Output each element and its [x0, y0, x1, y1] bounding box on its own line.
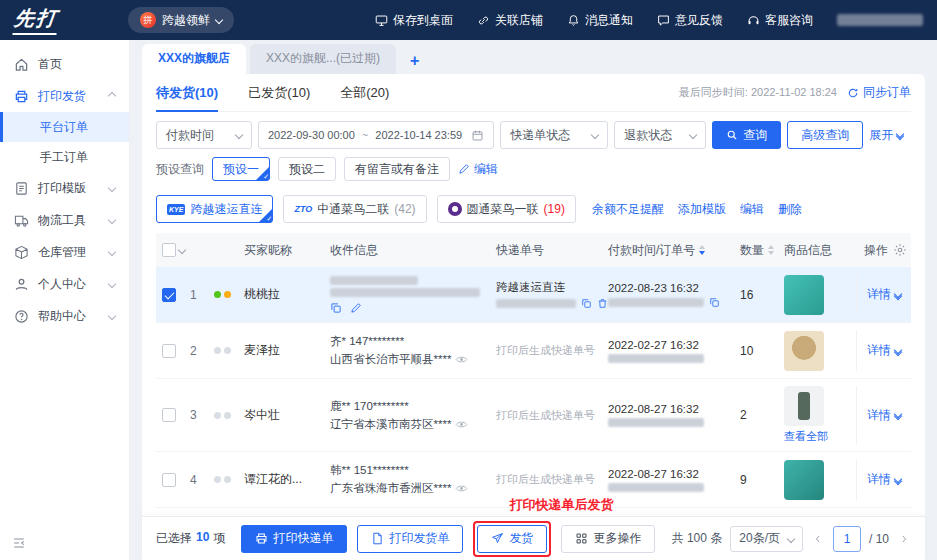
express-status-select[interactable]: 快递单状态	[500, 121, 608, 149]
refund-status-select[interactable]: 退款状态	[614, 121, 706, 149]
chevron-down-icon	[108, 216, 116, 224]
sort-qty-icon[interactable]	[768, 245, 774, 255]
detail-button[interactable]: 详情	[856, 330, 911, 371]
green-dot-icon	[214, 291, 221, 298]
redacted-recipient-name	[330, 276, 418, 285]
row-status-dots	[214, 347, 244, 354]
delete-template-link[interactable]: 删除	[778, 201, 802, 218]
print-invoice-button[interactable]: 打印发货单	[357, 525, 463, 553]
prev-page-icon[interactable]	[811, 534, 825, 544]
save-to-desktop-button[interactable]: 保存到桌面	[375, 12, 453, 29]
sort-payment-icon[interactable]	[699, 245, 705, 255]
sync-orders-button[interactable]: 同步订单	[847, 84, 911, 101]
detail-button[interactable]: 详情	[856, 274, 911, 315]
select-all-checkbox[interactable]	[162, 243, 176, 257]
print-express-button[interactable]: 打印快递单	[241, 525, 347, 553]
ship-button[interactable]: 发货	[477, 525, 547, 553]
buyer-nickname: 岑中壮	[244, 407, 330, 424]
shop-tab-active[interactable]: XXX的旗舰店	[142, 44, 246, 74]
tab-shipped[interactable]: 已发货(10)	[248, 74, 310, 112]
add-shop-tab-button[interactable]: +	[400, 52, 429, 74]
double-chevron-down-icon	[895, 411, 901, 419]
detail-label: 详情	[867, 407, 891, 424]
template-chip-kye[interactable]: KYE 跨越速运直连	[156, 195, 273, 223]
advanced-search-button[interactable]: 高级查询	[787, 121, 863, 149]
status-tab-bar: 待发货(10) 已发货(10) 全部(20) 最后同步时间: 2022-11-0…	[156, 74, 911, 112]
shop-tab-expired[interactable]: XXX的旗舰...(已过期)	[250, 44, 396, 74]
product-image[interactable]	[784, 460, 824, 500]
column-settings-gear-icon[interactable]	[893, 243, 907, 257]
trash-icon[interactable]	[597, 298, 608, 309]
quantity: 10	[740, 344, 784, 358]
product-image[interactable]	[784, 275, 824, 315]
detail-button[interactable]: 详情	[856, 386, 911, 444]
preset-chip-1[interactable]: 预设一	[212, 157, 270, 181]
shop-selector[interactable]: 拼 跨越领鲜	[128, 7, 234, 33]
col-qty[interactable]: 数量	[740, 242, 784, 259]
balance-alert-link[interactable]: 余额不足提醒	[592, 201, 664, 218]
row-checkbox[interactable]	[162, 288, 176, 302]
notifications-button[interactable]: 消息通知	[567, 12, 633, 29]
sidebar-item-home[interactable]: 首页	[0, 48, 129, 80]
payment-time-select[interactable]: 付款时间	[156, 121, 252, 149]
tab-all[interactable]: 全部(20)	[340, 74, 389, 112]
table-header: 买家昵称 收件信息 快递单号 付款时间/订单号 数量 商品信息 操作	[156, 233, 911, 267]
edit-template-link[interactable]: 编辑	[740, 201, 764, 218]
feedback-button[interactable]: 意见反馈	[657, 12, 723, 29]
row-checkbox[interactable]	[162, 473, 176, 487]
date-range-input[interactable]: 2022-09-30 00:00 ~ 2022-10-14 23:59	[258, 121, 494, 149]
expand-filters-link[interactable]: 展开	[869, 127, 903, 144]
eye-icon[interactable]	[455, 482, 468, 495]
collapse-sidebar-icon[interactable]	[12, 536, 26, 550]
sidebar-item-manual-orders[interactable]: 手工订单	[0, 142, 129, 172]
link-shops-button[interactable]: 关联店铺	[477, 12, 543, 29]
next-page-icon[interactable]	[897, 534, 911, 544]
gray-dot-icon	[224, 476, 231, 483]
preset-chip-remark[interactable]: 有留言或有备注	[344, 157, 450, 181]
copy-icon[interactable]	[709, 297, 720, 308]
product-image[interactable]	[784, 386, 824, 426]
template-chip-zto[interactable]: ZTO 中通菜鸟二联 (42)	[283, 195, 426, 223]
page-number-input[interactable]	[833, 526, 861, 552]
search-button[interactable]: 查询	[712, 121, 781, 149]
preset-label: 预设查询	[156, 161, 204, 178]
sidebar-item-personal-center[interactable]: 个人中心	[0, 268, 129, 300]
edit-pencil-icon[interactable]	[350, 302, 362, 314]
app-window: 先打 拼 跨越领鲜 保存到桌面 关联店铺 消息通知 意见反馈	[0, 0, 937, 560]
chevron-down-icon	[108, 184, 116, 192]
copy-icon[interactable]	[330, 302, 342, 314]
select-all-caret-icon[interactable]	[178, 246, 186, 254]
shop-tab-bar: XXX的旗舰店 XXX的旗舰...(已过期) +	[142, 46, 925, 74]
pagination: 共 100 条 20条/页 / 10	[672, 526, 911, 552]
refund-status-select-value: 退款状态	[624, 127, 672, 144]
template-chip-yto[interactable]: 圆通菜鸟一联 (19)	[437, 195, 576, 223]
sidebar-item-print-template[interactable]: 打印模版	[0, 172, 129, 204]
more-actions-button[interactable]: 更多操作	[561, 525, 655, 553]
preset-chip-2[interactable]: 预设二	[278, 157, 336, 181]
search-icon	[726, 129, 738, 141]
edit-presets-link[interactable]: 编辑	[458, 161, 498, 178]
eye-icon[interactable]	[455, 353, 468, 366]
customer-service-button[interactable]: 客服咨询	[747, 12, 813, 29]
product-image[interactable]	[784, 331, 824, 371]
eye-icon[interactable]	[455, 418, 468, 431]
view-all-link[interactable]: 查看全部	[784, 429, 828, 444]
sidebar-item-help-center[interactable]: 帮助中心	[0, 300, 129, 332]
tab-pending-ship[interactable]: 待发货(10)	[156, 74, 218, 112]
sidebar-item-platform-orders[interactable]: 平台订单	[0, 112, 129, 142]
add-template-link[interactable]: 添加模版	[678, 201, 726, 218]
col-payment[interactable]: 付款时间/订单号	[608, 242, 740, 259]
tracking-placeholder: 打印后生成快递单号	[496, 408, 608, 423]
page-size-select[interactable]: 20条/页	[730, 526, 803, 552]
sidebar-item-warehouse[interactable]: 仓库管理	[0, 236, 129, 268]
redacted-order-number	[608, 418, 704, 427]
template-yto-count: (19)	[544, 202, 565, 216]
row-checkbox[interactable]	[162, 408, 176, 422]
copy-icon[interactable]	[581, 298, 592, 309]
sidebar-item-logistics-tools[interactable]: 物流工具	[0, 204, 129, 236]
sidebar-personal-center-label: 个人中心	[38, 276, 86, 293]
row-checkbox[interactable]	[162, 344, 176, 358]
detail-button[interactable]: 详情	[856, 459, 911, 500]
advanced-search-label: 高级查询	[801, 127, 849, 144]
sidebar-item-print-ship[interactable]: 打印发货	[0, 80, 129, 112]
